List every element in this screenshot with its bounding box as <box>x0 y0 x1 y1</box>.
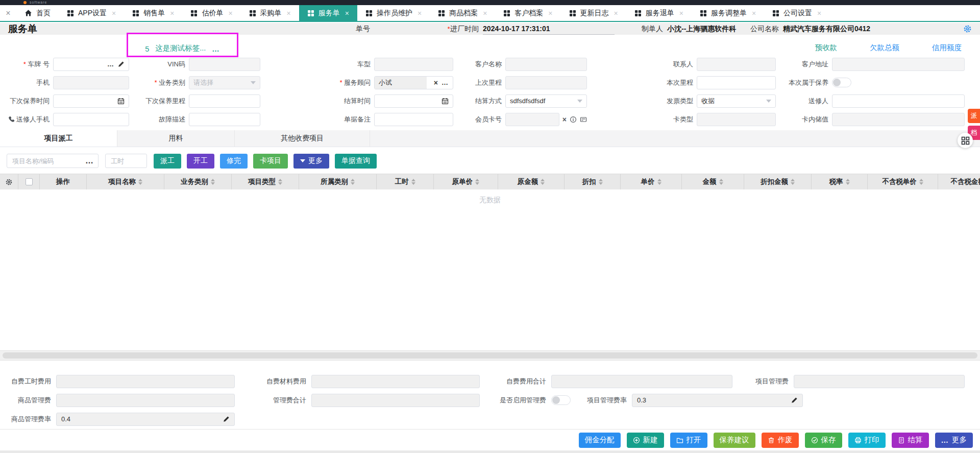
column-header-不含税金额[interactable]: 不含税金额 <box>938 174 980 189</box>
footer-button-打印[interactable]: 打印 <box>848 433 886 448</box>
sort-icon[interactable] <box>138 179 142 185</box>
pencil-icon[interactable] <box>791 397 798 403</box>
toggle-switch[interactable] <box>832 78 851 87</box>
toolbar-button-单据查询[interactable]: 单据查询 <box>335 154 377 169</box>
sort-icon[interactable] <box>599 179 603 185</box>
tab-close-icon[interactable]: × <box>679 9 683 17</box>
tab-close-icon[interactable]: × <box>170 9 174 17</box>
tab-close-icon[interactable]: × <box>228 9 232 17</box>
scrollbar-thumb[interactable] <box>3 352 977 359</box>
结算方式-input[interactable]: sdfsdfsdfsdf <box>505 94 587 108</box>
detail-tab-用料[interactable]: 用料 <box>117 130 235 147</box>
tab-采购单[interactable]: 采购单× <box>241 5 299 21</box>
tab-操作员维护[interactable]: 操作员维护× <box>357 5 430 21</box>
entry-time-value[interactable]: 2024-10-17 17:31:01 <box>483 23 615 35</box>
sort-icon[interactable] <box>846 179 850 185</box>
finance-link-欠款总额[interactable]: 欠款总额 <box>870 43 899 53</box>
footer-button-作废[interactable]: 作废 <box>762 433 799 448</box>
手机-input[interactable] <box>53 76 129 89</box>
finance-link-预收款[interactable]: 预收款 <box>815 43 838 53</box>
footer-button-更多[interactable]: …更多 <box>935 433 973 448</box>
column-header-业务类别[interactable]: 业务类别 <box>164 174 232 189</box>
tab-服务单[interactable]: 服务单× <box>299 5 357 21</box>
tab-close-icon[interactable]: × <box>112 9 116 17</box>
column-header-不含税单价[interactable]: 不含税单价 <box>868 174 938 189</box>
服务顾问-input[interactable]: 小试×… <box>374 76 453 89</box>
项目管理费率-input[interactable]: 0.3 <box>632 394 803 407</box>
project-search-input[interactable] <box>11 157 85 165</box>
上次里程-input[interactable] <box>505 76 587 89</box>
card-icon[interactable] <box>580 116 587 123</box>
sort-icon[interactable] <box>411 179 415 185</box>
送修人手机-input[interactable] <box>53 113 129 126</box>
info-icon[interactable] <box>570 116 577 123</box>
本次里程-input[interactable] <box>697 76 776 89</box>
tab-close-icon[interactable]: × <box>548 9 552 17</box>
下次保养里程-input[interactable] <box>189 94 260 108</box>
column-settings-gear-icon[interactable] <box>0 174 18 189</box>
column-header-项目名称[interactable]: 项目名称 <box>87 174 164 189</box>
tab-更新日志[interactable]: 更新日志× <box>561 5 626 21</box>
column-header-折扣[interactable]: 折扣 <box>565 174 621 189</box>
下次保养时间-input[interactable] <box>53 94 129 108</box>
tab-APP设置[interactable]: APP设置× <box>59 5 124 21</box>
toolbar-button-卡项目[interactable]: 卡项目 <box>253 154 288 169</box>
column-header-单价[interactable]: 单价 <box>621 174 682 189</box>
tab-首页[interactable]: 首页 <box>16 5 59 21</box>
VIN码-input[interactable] <box>189 58 260 71</box>
车型-input[interactable] <box>374 58 453 71</box>
tab-服务调整单[interactable]: 服务调整单× <box>692 5 764 21</box>
tab-close-icon[interactable]: × <box>287 9 291 17</box>
sort-icon[interactable] <box>719 179 723 185</box>
tab-close-icon[interactable]: × <box>483 9 487 17</box>
单据备注-input[interactable] <box>374 113 453 126</box>
客户名称-input[interactable] <box>505 58 587 71</box>
客户地址-input[interactable] <box>832 58 965 71</box>
联系人-input[interactable] <box>697 58 776 71</box>
tab-close-icon[interactable]: × <box>418 9 422 17</box>
work-hours-input[interactable] <box>110 157 142 165</box>
sort-icon[interactable] <box>211 179 215 185</box>
sort-icon[interactable] <box>541 179 545 185</box>
tab-服务退单[interactable]: 服务退单× <box>626 5 692 21</box>
footer-button-佣金分配[interactable]: 佣金分配 <box>579 433 621 448</box>
footer-button-新建[interactable]: 新建 <box>627 433 664 448</box>
footer-button-结算[interactable]: 结算 <box>892 433 929 448</box>
会员卡号-input[interactable] <box>505 113 559 126</box>
tag-more-icon[interactable]: … <box>212 45 220 53</box>
select-all-checkbox[interactable] <box>18 174 40 189</box>
layout-toggle-button[interactable] <box>958 133 973 148</box>
tab-close-icon[interactable]: × <box>752 9 756 17</box>
footer-button-保养建议[interactable]: 保养建议 <box>714 433 755 448</box>
entry-time-field[interactable]: *进厂时间2024-10-17 17:31:01 <box>447 23 615 35</box>
pencil-icon[interactable] <box>118 61 125 67</box>
tab-客户档案[interactable]: 客户档案× <box>495 5 560 21</box>
卡内储值-input[interactable] <box>832 113 965 126</box>
column-header-原金额[interactable]: 原金额 <box>498 174 565 189</box>
pencil-icon[interactable] <box>223 416 230 422</box>
footer-button-保存[interactable]: 保存 <box>805 433 842 448</box>
sort-icon[interactable] <box>475 179 479 185</box>
tab-close-icon[interactable]: × <box>817 9 821 17</box>
column-header-项目类型[interactable]: 项目类型 <box>232 174 299 189</box>
车牌号-input[interactable]: … <box>53 58 129 71</box>
side-tab-派[interactable]: 派 <box>968 109 980 123</box>
tab-估价单[interactable]: 估价单× <box>182 5 240 21</box>
tab-商品档案[interactable]: 商品档案× <box>430 5 495 21</box>
horizontal-scrollbar[interactable] <box>0 350 980 361</box>
test-tag-box[interactable]: 5 这是测试标签... … <box>127 33 238 57</box>
ellipsis-icon[interactable]: … <box>107 62 114 67</box>
column-header-工时[interactable]: 工时 <box>377 174 434 189</box>
tab-close-icon[interactable]: × <box>614 9 618 17</box>
detail-tab-项目派工[interactable]: 项目派工 <box>0 130 117 147</box>
clear-icon[interactable]: × <box>562 116 567 123</box>
toolbar-button-开工[interactable]: 开工 <box>187 154 214 169</box>
商品管理费率-input[interactable]: 0.4 <box>56 413 235 426</box>
sort-icon[interactable] <box>657 179 662 185</box>
sort-icon[interactable] <box>351 179 355 185</box>
column-header-所属类别[interactable]: 所属类别 <box>299 174 377 189</box>
toolbar-button-派工[interactable]: 派工 <box>154 154 181 169</box>
column-header-税率[interactable]: 税率 <box>812 174 868 189</box>
column-header-折扣金额[interactable]: 折扣金额 <box>744 174 812 189</box>
calendar-icon[interactable] <box>442 98 449 105</box>
